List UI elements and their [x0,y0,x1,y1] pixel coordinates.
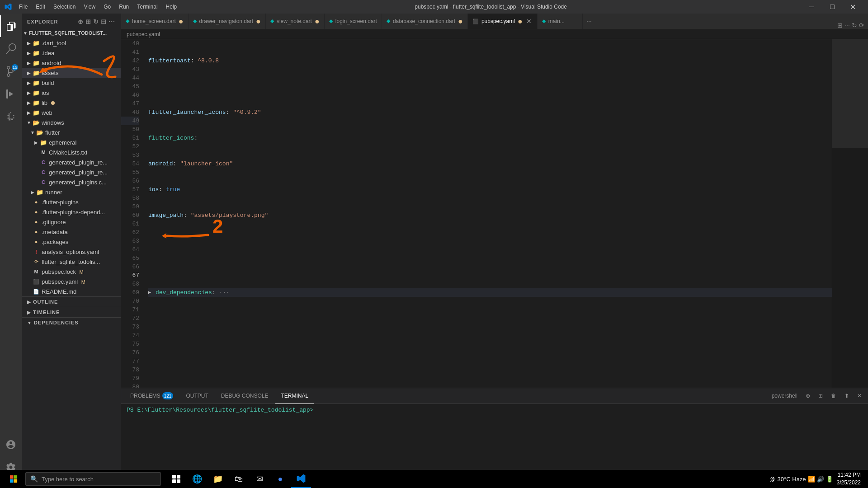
sidebar-item-metadata[interactable]: ▶ ● .metadata [22,227,121,237]
task-view-icon [172,474,181,483]
battery-icon[interactable]: 🔋 [826,476,833,483]
menu-terminal[interactable]: Terminal [133,3,161,11]
start-button[interactable] [4,470,24,488]
maximize-panel-icon[interactable]: ⬆ [842,392,852,400]
tab-main[interactable]: ◆ main... [538,14,583,29]
code-editor[interactable]: fluttertoast: ^8.0.8 flutter_launcher_ic… [145,39,832,388]
panel-tab-problems[interactable]: PROBLEMS 121 [125,388,179,404]
tree-root[interactable]: ▼ FLUTTER_SQFLITE_TODOLIST... [22,28,121,38]
file-dot-icon: ● [33,238,40,245]
sidebar-item-assets[interactable]: ▶ 📁 assets [22,68,121,78]
taskbar-vscode[interactable] [291,470,311,488]
tab-overflow-button[interactable]: ⋯ [583,14,595,29]
sidebar-item-build[interactable]: ▶ 📁 build [22,78,121,88]
tab-login-screen[interactable]: ◆ login_screen.dart [325,14,382,29]
taskbar-task-view[interactable] [166,470,186,488]
menu-run[interactable]: Run [115,3,132,11]
code-line-51 [148,340,832,348]
code-line-42: flutter_launcher_icons: "^0.9.2" [148,108,832,117]
activity-run[interactable] [0,83,22,105]
sidebar-item-pubspec-lock[interactable]: ▶ M pubspec.lock M [22,267,121,277]
sidebar-item-flutter-plugins[interactable]: ▶ ● .flutter-plugins [22,197,121,207]
svg-rect-3 [10,479,14,483]
refresh-icon[interactable]: ↻ [852,22,857,29]
menu-go[interactable]: Go [100,3,114,11]
taskbar-search-box[interactable]: 🔍 Type here to search [25,472,161,486]
sidebar-item-ios[interactable]: ▶ 📁 ios [22,88,121,98]
sidebar-item-android[interactable]: ▶ 📁 android [22,58,121,68]
menu-help[interactable]: Help [162,3,181,11]
panel-tab-terminal[interactable]: TERMINAL [275,388,314,404]
refresh-icon[interactable]: ↻ [93,18,99,25]
menu-view[interactable]: View [80,3,99,11]
activity-extensions[interactable] [0,106,22,127]
outline-header[interactable]: ▶ OUTLINE [22,297,121,307]
sidebar-item-web[interactable]: ▶ 📁 web [22,108,121,117]
sidebar-item-runner[interactable]: ▶ 📁 runner [22,187,121,197]
tab-pubspec-yaml[interactable]: ⬛ pubspec.yaml ● ✕ [468,14,538,29]
taskbar-edge[interactable]: 🌐 [187,470,207,488]
menu-file[interactable]: File [15,3,31,11]
terminal-content[interactable]: PS E:\Flutter\Resources\flutter_sqflite_… [121,404,868,478]
activity-account[interactable] [0,434,22,455]
tab-view-note[interactable]: ◆ view_note.dart ● [266,14,325,29]
sidebar-item-idea[interactable]: ▶ 📁 .idea [22,48,121,58]
close-panel-icon[interactable]: ✕ [854,392,864,400]
new-terminal-icon[interactable]: ⊕ [803,392,813,400]
modified-dot: ● [256,17,261,25]
reload-icon[interactable]: ⟳ [859,22,864,29]
taskbar-icons: 🌐 📁 🛍 ✉ ● [166,470,311,488]
split-terminal-icon[interactable]: ⊞ [816,392,826,400]
tab-database-connection[interactable]: ◆ database_connection.dart ● [382,14,468,29]
minimap-viewport[interactable] [832,39,868,148]
more-actions-icon[interactable]: ··· [108,18,115,25]
yaml-icon: ⬛ [472,19,479,24]
taskbar-store[interactable]: 🛍 [229,470,249,488]
dependencies-header[interactable]: ▼ DEPENDENCIES [22,318,121,328]
menu-selection[interactable]: Selection [50,3,79,11]
sidebar-item-cmake[interactable]: ▶ M CMakeLists.txt [22,147,121,157]
split-editor-icon[interactable]: ⊞ [837,22,843,29]
close-tab-icon[interactable]: ✕ [525,18,533,25]
activity-source-control[interactable]: 15 [0,61,22,82]
new-file-icon[interactable]: ⊕ [78,18,84,25]
kill-terminal-icon[interactable]: 🗑 [828,392,839,400]
panel-tab-output[interactable]: OUTPUT [180,388,213,404]
taskbar-mail[interactable]: ✉ [250,470,269,488]
maximize-button[interactable]: □ [822,0,843,14]
activity-explorer[interactable] [0,15,22,37]
show-desktop-button[interactable] [861,470,864,488]
taskbar-clock[interactable]: 11:42 PM 3/25/2022 [837,471,861,487]
panel-tab-debug[interactable]: DEBUG CONSOLE [216,388,274,404]
sidebar-item-flutter-plugins-dep[interactable]: ▶ ● .flutter-plugins-depend... [22,207,121,217]
sidebar-item-gen-plugin2[interactable]: ▶ C generated_plugin_re... [22,167,121,177]
sidebar-item-flutter[interactable]: ▼ 📂 flutter [22,127,121,137]
activity-search[interactable] [0,38,22,60]
sidebar-item-gen-plugin1[interactable]: ▶ C generated_plugin_re... [22,157,121,167]
sidebar-item-lib[interactable]: ▶ 📁 lib [22,98,121,108]
taskbar-chrome[interactable]: ● [270,470,290,488]
timeline-header[interactable]: ▶ TIMELINE [22,307,121,317]
minimize-button[interactable]: ─ [801,0,822,14]
volume-icon[interactable]: 🔊 [817,476,824,483]
new-folder-icon[interactable]: ⊞ [85,18,91,25]
menu-edit[interactable]: Edit [32,3,49,11]
sidebar-item-readme[interactable]: ▶ 📄 README.md [22,286,121,296]
network-icon[interactable]: 📶 [808,476,815,483]
taskbar-file-explorer[interactable]: 📁 [208,470,228,488]
sidebar-item-dart-tool[interactable]: ▶ 📁 .dart_tool [22,38,121,48]
sidebar-item-analysis[interactable]: ▶ ! analysis_options.yaml [22,247,121,257]
sidebar-item-gen-plugins[interactable]: ▶ C generated_plugins.c... [22,177,121,187]
collapse-all-icon[interactable]: ⊟ [101,18,107,25]
folder-icon: 📁 [36,188,43,196]
sidebar-item-flutter-sqflite[interactable]: ▶ ⟳ flutter_sqflite_todolis... [22,257,121,267]
sidebar-item-ephemeral[interactable]: ▶ 📁 ephemeral [22,137,121,147]
more-actions-icon[interactable]: ··· [844,22,850,29]
close-button[interactable]: ✕ [843,0,863,14]
tab-home-screen[interactable]: ◆ home_screen.dart ● [121,14,189,29]
sidebar-item-windows[interactable]: ▼ 📂 windows [22,117,121,127]
sidebar-item-gitignore[interactable]: ▶ ● .gitignore [22,217,121,227]
sidebar-item-pubspec-yaml[interactable]: ▶ ⬛ pubspec.yaml M [22,277,121,286]
tab-drawer-navigation[interactable]: ◆ drawer_navigaton.dart ● [189,14,266,29]
sidebar-item-packages[interactable]: ▶ ● .packages [22,237,121,247]
